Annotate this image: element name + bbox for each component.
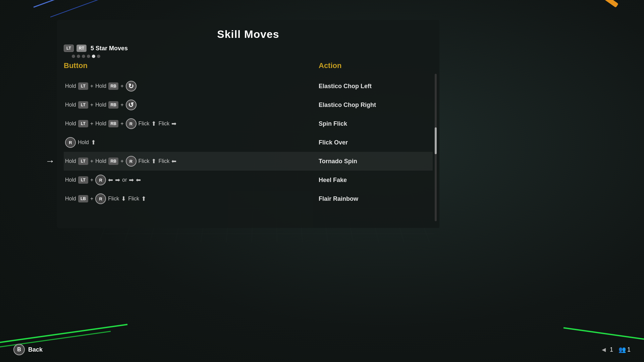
players-display: 👥 1 [619,346,631,353]
page-number: 1 [610,346,613,353]
r-stick-7: R [95,193,106,204]
bottom-right: ◄ 1 👥 1 [600,346,631,354]
rb-badge-5: RB [108,158,118,165]
arrow-right-6a: ➡ [115,176,120,184]
arrow-up-4: ⬆ [91,139,96,146]
arrow-left-6: ⬅ [108,176,113,184]
combo-6: Hold LT + R ⬅ ➡ or ➡ ⬅ [64,175,142,185]
r-stick-5: R [126,156,137,167]
arrow-left-6b: ⬅ [136,176,141,184]
lt-badge-2: LT [78,101,88,109]
dot-4 [87,55,90,58]
plus-2b: + [120,102,123,108]
combo-1: Hold LT + Hold RB + ↻ [64,81,138,92]
action-row-5: Tornado Spin [319,152,433,171]
action-label-5: Tornado Spin [319,158,357,165]
button-column-header: Button [64,60,319,71]
columns: Button Hold LT + Hold RB + ↻ Hol [57,60,439,208]
flick-3b: Flick [158,121,169,127]
combo-5: Hold LT + Hold RB + R Flick ⬆ Flick ⬅ [64,156,178,167]
action-row-6: Heel Fake [319,171,433,189]
plus-6a: + [90,177,93,183]
action-row-3: Spin Flick [319,114,433,133]
button-column: Button Hold LT + Hold RB + ↻ Hol [64,60,319,208]
action-column-header: Action [319,60,433,71]
rb-badge-2: RB [108,101,118,109]
move-row-2[interactable]: Hold LT + Hold RB + ↺ [64,96,319,114]
action-label-6: Heel Fake [319,177,347,184]
plus-3a: + [90,121,93,127]
flick-7a: Flick [108,196,119,202]
hold-text-5b: Hold [95,158,106,164]
lb-badge-7: LB [78,195,88,202]
arrow-right-3: ➡ [171,120,176,127]
r-stick-4: R [65,137,76,148]
plus-3b: + [120,121,123,127]
r-stick-6: R [95,175,106,185]
action-row-4: Flick Over [319,133,433,152]
action-row-7: Flair Rainbow [319,189,433,208]
combo-3: Hold LT + Hold RB + R Flick ⬆ Flick ➡ [64,118,178,129]
move-row-4[interactable]: R Hold ⬆ [64,133,319,152]
arrow-up-7: ⬆ [141,195,146,202]
scrollbar-track [435,74,437,221]
or-6: or [122,177,127,183]
flick-3a: Flick [139,121,150,127]
hold-text-1: Hold [65,83,76,89]
move-row-5[interactable]: → Hold LT + Hold RB + R Flick ⬆ Flick ⬅ [64,152,319,171]
arrow-up-5: ⬆ [151,158,156,165]
plus-1b: + [120,83,123,89]
dot-5-active [92,55,95,58]
dot-6 [97,55,100,58]
deco-bottom-right [543,302,644,342]
r-stick-cw-1: ↻ [126,81,137,92]
arrow-up-3: ⬆ [151,120,156,127]
hold-text-4: Hold [78,139,89,145]
back-label: Back [28,346,43,353]
flick-7b: Flick [128,196,139,202]
tab-badge-rt: RT [76,45,87,52]
hold-text-1b: Hold [95,83,106,89]
page-nav-left-arrow[interactable]: ◄ [600,346,607,354]
plus-7a: + [90,196,93,202]
b-button-badge: B [13,344,25,355]
lt-badge-3: LT [78,120,88,127]
arrow-down-7: ⬇ [121,195,126,202]
plus-2a: + [90,102,93,108]
hold-text-5: Hold [65,158,76,164]
arrow-right-6b: ➡ [129,176,134,184]
action-label-1: Elastico Chop Left [319,83,372,90]
arrow-left-5: ⬅ [171,158,176,165]
move-row-7[interactable]: Hold LB + R Flick ⬇ Flick ⬆ [64,189,319,208]
move-row-1[interactable]: Hold LT + Hold RB + ↻ [64,77,319,96]
lt-badge-6: LT [78,176,88,184]
dots-row [57,55,439,60]
tab-label: 5 Star Moves [91,45,128,52]
hold-text-3: Hold [65,121,76,127]
bottom-bar: B Back ◄ 1 👥 1 [0,344,644,355]
tab-badge-lt: LT [64,45,74,52]
flick-5a: Flick [139,158,150,164]
deco-top-right [543,0,644,67]
lt-badge-5: LT [78,158,88,165]
action-column: Action Elastico Chop Left Elastico Chop … [319,60,433,208]
combo-4: R Hold ⬆ [64,137,97,148]
action-label-4: Flick Over [319,139,348,146]
action-label-2: Elastico Chop Right [319,102,376,109]
dot-1 [72,55,75,58]
hold-text-2: Hold [65,102,76,108]
deco-bottom-left [0,302,134,335]
main-panel: Skill Moves LT RT 5 Star Moves Button Ho… [57,20,439,228]
tab-bar: LT RT 5 Star Moves [57,41,439,55]
action-label-7: Flair Rainbow [319,195,358,202]
scrollbar-thumb[interactable] [435,127,437,154]
rb-badge-1: RB [108,82,118,90]
back-button[interactable]: B Back [13,344,43,355]
selector-arrow: → [45,156,55,167]
move-row-6[interactable]: Hold LT + R ⬅ ➡ or ➡ ⬅ [64,171,319,189]
plus-5a: + [90,158,93,164]
flick-5b: Flick [158,158,169,164]
plus-5b: + [120,158,123,164]
move-row-3[interactable]: Hold LT + Hold RB + R Flick ⬆ Flick ➡ [64,114,319,133]
players-count: 1 [627,346,631,353]
